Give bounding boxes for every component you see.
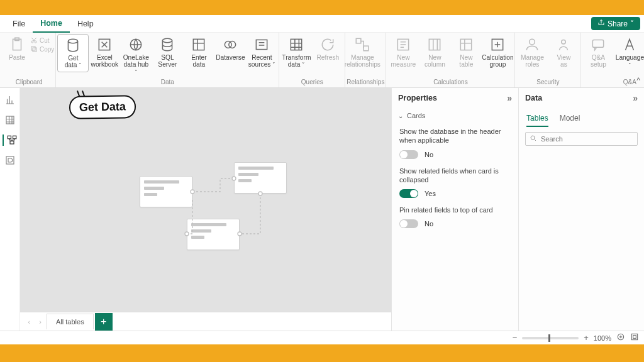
- svg-rect-27: [8, 136, 11, 139]
- property-item: Pin related fields to top of cardNo: [392, 202, 518, 232]
- dataverse-icon: [222, 36, 238, 53]
- sql-server-button[interactable]: SQLServer: [152, 34, 183, 70]
- manage-relationships-icon: [354, 36, 370, 53]
- menubar: File Home Help Share ˅: [0, 15, 644, 33]
- get-data-button[interactable]: Getdata: [57, 34, 89, 72]
- chevron-down-icon: ˅: [630, 19, 634, 28]
- view-as-button[interactable]: Viewas: [548, 34, 579, 70]
- share-button[interactable]: Share ˅: [591, 17, 640, 30]
- chevron-down-icon: ⌄: [398, 112, 403, 119]
- callout-get-data: Get Data: [69, 96, 136, 119]
- onelake-data-hub-icon: [128, 36, 144, 53]
- data-collapse[interactable]: »: [633, 93, 638, 103]
- section-label: Cards: [407, 112, 425, 119]
- copy-button[interactable]: Copy: [30, 45, 54, 53]
- refresh-button[interactable]: Refresh: [312, 34, 343, 63]
- qa-setup-button[interactable]: Q&Asetup: [582, 34, 614, 70]
- search-icon: [530, 134, 537, 143]
- svg-rect-23: [593, 40, 604, 47]
- svg-rect-18: [430, 39, 440, 50]
- recent-sources-button[interactable]: Recentsources: [246, 34, 277, 71]
- properties-pane: Properties » ⌄ Cards Show the database i…: [391, 88, 518, 331]
- manage-roles-button[interactable]: Manageroles: [516, 34, 548, 70]
- language-button[interactable]: Language: [614, 34, 644, 72]
- paste-button[interactable]: Paste: [4, 34, 30, 63]
- svg-rect-26: [6, 116, 14, 124]
- group-label: Relationships: [347, 79, 384, 87]
- data-tab-tables[interactable]: Tables: [526, 111, 548, 127]
- enter-data-icon: [191, 36, 207, 53]
- search-box[interactable]: [525, 132, 638, 146]
- property-label: Pin related fields to top of card: [399, 206, 511, 214]
- svg-rect-39: [633, 336, 636, 339]
- data-pane: Data » Tables Model: [518, 88, 644, 331]
- tab-all-tables[interactable]: All tables: [47, 314, 94, 329]
- model-view[interactable]: [3, 134, 14, 146]
- ribbon: ^ PasteCutCopyClipboardGetdataExcelworkb…: [0, 33, 644, 88]
- group-label: Data: [57, 79, 277, 87]
- model-canvas[interactable]: Get Data: [20, 88, 391, 312]
- model-card[interactable]: [234, 162, 287, 194]
- tab-add[interactable]: +: [95, 313, 113, 331]
- property-toggle[interactable]: [399, 189, 418, 198]
- language-icon: [621, 36, 638, 53]
- report-view[interactable]: [4, 94, 16, 106]
- svg-rect-28: [13, 136, 16, 139]
- svg-point-21: [530, 39, 535, 45]
- get-data-icon: [65, 37, 81, 53]
- new-column-icon: [426, 36, 443, 53]
- share-label: Share: [608, 19, 628, 28]
- onelake-data-hub-button[interactable]: OneLakedata hub: [120, 34, 152, 79]
- data-title: Data: [525, 94, 542, 102]
- svg-rect-14: [291, 39, 302, 50]
- new-column-button[interactable]: Newcolumn: [419, 34, 450, 70]
- zoom-slider[interactable]: [522, 337, 579, 339]
- svg-rect-5: [31, 47, 35, 50]
- recent-sources-icon: [253, 36, 270, 53]
- new-measure-button[interactable]: Newmeasure: [387, 34, 419, 70]
- manage-relationships-button[interactable]: Managerelationships: [347, 34, 378, 70]
- svg-rect-15: [357, 38, 362, 43]
- dataverse-button[interactable]: Dataverse: [214, 34, 246, 63]
- left-rail: [0, 88, 20, 331]
- model-card[interactable]: [187, 219, 240, 250]
- ribbon-collapse[interactable]: ^: [636, 76, 640, 85]
- menu-home[interactable]: Home: [33, 15, 70, 33]
- fit-to-page-icon[interactable]: [616, 332, 625, 343]
- menu-file[interactable]: File: [5, 16, 33, 32]
- properties-collapse[interactable]: »: [507, 93, 512, 103]
- table-view[interactable]: [4, 114, 16, 126]
- svg-rect-13: [257, 40, 267, 49]
- zoom-in[interactable]: +: [584, 333, 589, 343]
- enter-data-button[interactable]: Enterdata: [183, 34, 214, 70]
- search-input[interactable]: [541, 135, 633, 143]
- cut-button[interactable]: Cut: [30, 36, 54, 44]
- new-measure-icon: [395, 36, 411, 53]
- tabstrip: ‹ › All tables +: [20, 312, 391, 331]
- property-toggle[interactable]: [399, 219, 418, 228]
- transform-data-button[interactable]: Transformdata: [280, 34, 312, 71]
- zoom-out[interactable]: −: [513, 333, 518, 343]
- excel-workbook-button[interactable]: Excelworkbook: [89, 34, 120, 70]
- properties-section[interactable]: ⌄ Cards: [392, 108, 518, 123]
- property-value: No: [425, 220, 433, 228]
- data-tab-model[interactable]: Model: [560, 111, 580, 127]
- svg-rect-4: [33, 48, 36, 52]
- calculation-group-button[interactable]: Calculationgroup: [482, 34, 513, 70]
- menu-help[interactable]: Help: [70, 16, 101, 32]
- tab-prev[interactable]: ‹: [24, 318, 34, 326]
- group-label: Security: [516, 79, 579, 87]
- property-value: Yes: [425, 190, 436, 197]
- tab-next[interactable]: ›: [35, 318, 45, 326]
- group-label: Clipboard: [4, 79, 54, 87]
- sql-server-icon: [159, 36, 175, 53]
- new-table-button[interactable]: Newtable: [450, 34, 482, 70]
- refresh-icon: [319, 36, 336, 53]
- property-toggle[interactable]: [399, 150, 418, 159]
- svg-rect-19: [461, 39, 472, 50]
- group-label: Q&A: [582, 79, 644, 87]
- transform-data-icon: [288, 36, 304, 53]
- page-view-icon[interactable]: [630, 332, 639, 343]
- dax-view[interactable]: [4, 155, 16, 166]
- model-card[interactable]: [140, 176, 192, 207]
